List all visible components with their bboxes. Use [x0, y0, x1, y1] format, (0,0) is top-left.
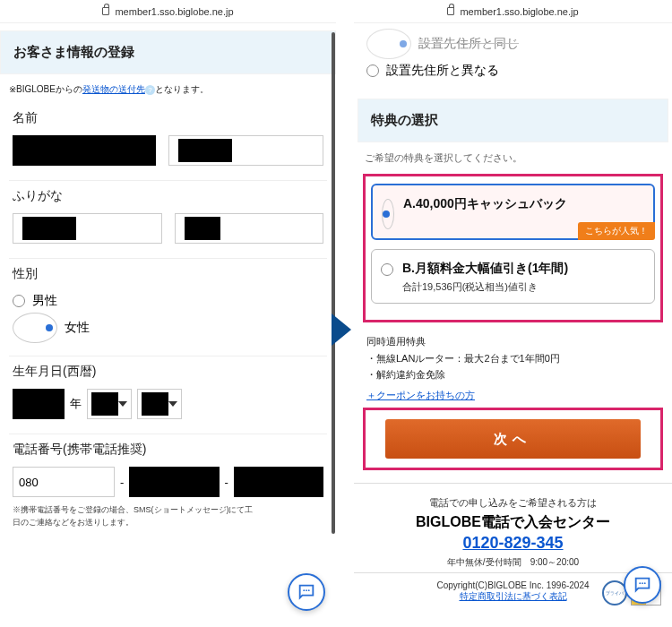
radio-icon-selected	[366, 29, 411, 59]
url-text: member1.sso.biglobe.ne.jp	[460, 6, 578, 17]
simultaneous-2: ・解約違約金免除	[354, 366, 672, 383]
dash: -	[225, 476, 228, 489]
radio-icon	[366, 64, 379, 77]
lock-icon	[102, 7, 109, 15]
benefit-options-highlight: A.40,000円キャッシュバック こちらが人気！ B.月額料金大幅値引き(1年…	[363, 174, 663, 322]
left-screenshot: member1.sso.biglobe.ne.jp お客さま情報の登録 ※BIG…	[0, 0, 336, 627]
label-furigana: ふりがな	[0, 181, 336, 213]
shipping-note: ※BIGLOBEからの発送物の送付先?となります。	[0, 83, 336, 103]
input-lastname[interactable]	[13, 135, 156, 166]
option-b[interactable]: B.月額料金大幅値引き(1年間) 合計19,536円(税込相当)値引き	[371, 249, 655, 304]
input-tel-2[interactable]	[129, 467, 219, 497]
right-screenshot: member1.sso.biglobe.ne.jp 設置先住所と同じ 設置先住所…	[354, 0, 672, 627]
phone-apply-box: 電話での申し込みをご希望される方は BIGLOBE電話で入会センター 0120-…	[354, 483, 672, 572]
tel-fine-1: ※携帯電話番号をご登録の場合、SMS(ショートメッセージ)にて工	[0, 504, 336, 517]
benefit-note: ご希望の特典を選択してください。	[354, 148, 672, 174]
footer-legal-link[interactable]: 特定商取引法に基づく表記	[460, 591, 567, 601]
radio-icon	[13, 295, 25, 307]
svg-point-0	[303, 589, 305, 591]
radio-female[interactable]: 女性	[0, 311, 336, 356]
label-tel: 電話番号(携帯電話推奨)	[0, 434, 336, 467]
radio-addr-diff[interactable]: 設置先住所と異なる	[354, 61, 672, 91]
radio-addr-same-partial: 設置先住所と同じ	[354, 23, 672, 61]
option-b-title: B.月額料金大幅値引き(1年間)	[402, 261, 568, 277]
lock-icon	[447, 7, 454, 15]
radio-icon-selected	[382, 199, 394, 229]
dash: -	[120, 476, 124, 489]
left-content: お客さま情報の登録 ※BIGLOBEからの発送物の送付先?となります。 名前 ふ…	[0, 23, 336, 528]
label-gender: 性別	[0, 259, 336, 291]
option-a-title: A.40,000円キャッシュバック	[403, 196, 567, 212]
chat-button[interactable]	[288, 573, 325, 611]
input-firstname-kana[interactable]	[175, 213, 324, 244]
help-icon[interactable]: ?	[145, 85, 155, 95]
input-lastname-kana[interactable]	[13, 213, 162, 244]
svg-point-2	[308, 589, 310, 591]
coupon-link[interactable]: ＋クーポンをお持ちの方	[354, 383, 672, 408]
phone-apply-center: BIGLOBE電話で入会センター	[363, 513, 663, 532]
label-dob: 生年月日(西暦)	[0, 356, 336, 389]
popular-badge: こちらが人気！	[578, 222, 655, 240]
chevron-down-icon	[168, 401, 177, 407]
input-firstname[interactable]	[168, 135, 324, 166]
svg-point-1	[306, 589, 307, 591]
input-year[interactable]	[13, 389, 65, 419]
input-tel-3[interactable]	[234, 467, 323, 497]
section-customer-info: お客さま情報の登録	[0, 30, 336, 74]
phone-apply-lead: 電話での申し込みをご希望される方は	[363, 496, 663, 510]
chat-icon	[633, 575, 652, 595]
next-button-highlight: 次へ	[363, 408, 663, 470]
section-benefit: 特典の選択	[358, 99, 668, 142]
select-day[interactable]	[137, 389, 182, 419]
url-bar-left: member1.sso.biglobe.ne.jp	[0, 0, 336, 23]
url-text: member1.sso.biglobe.ne.jp	[115, 6, 233, 17]
url-bar-right: member1.sso.biglobe.ne.jp	[354, 0, 672, 23]
input-tel-1[interactable]: 080	[13, 467, 115, 497]
year-unit: 年	[70, 396, 82, 412]
select-month[interactable]	[87, 389, 132, 419]
label-name: 名前	[0, 103, 336, 135]
phone-number-link[interactable]: 0120-829-345	[462, 534, 563, 553]
simultaneous-1: ・無線LANルーター：最大2台まで1年間0円	[354, 350, 672, 367]
next-button[interactable]: 次へ	[385, 419, 640, 459]
chat-button[interactable]	[624, 566, 661, 604]
radio-icon-selected	[13, 313, 57, 343]
svg-point-5	[644, 582, 646, 584]
chat-icon	[297, 582, 316, 602]
option-a[interactable]: A.40,000円キャッシュバック こちらが人気！	[371, 184, 655, 240]
chevron-down-icon	[118, 401, 127, 407]
tel-fine-2: 日のご連絡などをお送りします。	[0, 517, 336, 529]
radio-icon	[381, 263, 393, 276]
svg-point-4	[642, 582, 643, 584]
option-b-sub: 合計19,536円(税込相当)値引き	[402, 280, 568, 294]
shipping-link[interactable]: 発送物の送付先	[82, 84, 145, 94]
phone-hours: 年中無休/受付時間 9:00～20:00	[363, 556, 663, 569]
right-content: 設置先住所と同じ 設置先住所と異なる 特典の選択 ご希望の特典を選択してください…	[354, 23, 672, 603]
radio-male[interactable]: 男性	[0, 291, 336, 311]
arrow-right-icon	[332, 314, 351, 346]
simultaneous-head: 同時適用特典	[354, 333, 672, 350]
svg-point-3	[639, 582, 641, 584]
